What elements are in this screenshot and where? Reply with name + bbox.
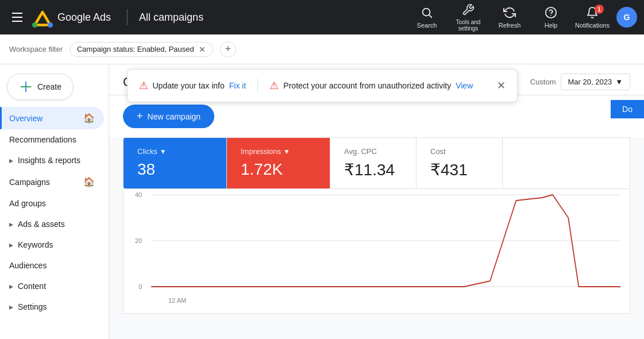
campaign-status-filter[interactable]: Campaign status: Enabled, Paused ✕ [70,42,213,57]
sidebar-campaigns-label: Campaigns [9,178,50,187]
chart-area: 40 20 0 12 AM [123,189,630,314]
metric-cost: Cost ₹431 [417,138,503,188]
sidebar-item-insights[interactable]: ▸ Insights & reports [0,150,109,171]
clicks-header: Clicks ▼ [137,147,213,156]
notification-badge: 1 [595,5,604,14]
tax-fix-link[interactable]: Fix it [229,81,246,90]
sidebar-ads-label: Ads & assets [18,219,65,229]
security-banner-item: ⚠ Protect your account from unauthorized… [269,79,473,92]
date-custom-label: Custom [530,78,556,86]
refresh-nav-label: Refresh [499,22,521,29]
sidebar-item-recommendations[interactable]: Recommendations [0,129,104,150]
banner-close-button[interactable]: ✕ [497,79,506,92]
search-icon [421,6,433,21]
y-axis-label-40: 40 [135,191,142,198]
help-nav-button[interactable]: Help [531,0,570,34]
sidebar-item-ads-assets[interactable]: ▸ Ads & assets [0,214,109,234]
impressions-header: Impressions ▼ [241,147,316,156]
notification-banner: ⚠ Update your tax info Fix it ⚠ Protect … [127,69,518,102]
hamburger-menu[interactable] [7,7,28,28]
banner-separator [257,79,258,93]
chart-x-labels: 12 AM [151,297,620,304]
nav-divider [127,9,128,25]
svg-marker-0 [35,12,51,25]
tax-banner-text: Update your tax info [153,81,225,90]
impressions-label: Impressions [241,147,281,156]
metric-clicks[interactable]: Clicks ▼ 38 [124,138,227,188]
date-selector: Custom Mar 20, 2023 ▼ [530,74,630,90]
profile-avatar[interactable]: G [616,7,637,28]
date-dropdown-icon: ▼ [615,78,623,86]
security-view-link[interactable]: View [456,81,473,90]
tools-nav-label: Tools andsettings [456,19,481,32]
cost-header: Cost [430,147,488,156]
metric-avg-cpc: Avg. CPC ₹11.34 [330,138,417,188]
svg-line-4 [429,15,431,17]
main-layout: Create Overview 🏠 Recommendations ▸ Insi… [0,64,644,339]
campaigns-home-icon: 🏠 [83,176,95,187]
sidebar-settings-label: Settings [18,302,47,311]
clicks-value: 38 [137,160,213,179]
create-label: Create [37,82,61,91]
help-icon [545,6,557,21]
help-nav-label: Help [545,22,558,29]
trend-chart [151,189,620,292]
avg-cpc-value: ₹11.34 [344,160,402,179]
notifications-nav-button[interactable]: 1 Notifications [573,0,612,34]
sidebar-item-ad-groups[interactable]: Ad groups [0,193,104,214]
sidebar-item-overview[interactable]: Overview 🏠 [0,107,104,129]
sidebar-audiences-label: Audiences [9,261,47,270]
sidebar-item-content[interactable]: ▸ Content [0,276,109,296]
page-title: All campaigns [139,11,403,24]
filter-chip-label: Campaign status: Enabled, Paused [77,45,194,53]
security-error-icon: ⚠ [269,79,279,92]
google-ads-logo-icon [32,7,53,28]
svg-point-1 [32,22,37,28]
filter-chip-close-icon[interactable]: ✕ [199,45,206,54]
tools-nav-button[interactable]: Tools andsettings [449,0,488,34]
top-navigation: Google Ads All campaigns Search Tools an… [0,0,644,34]
search-nav-label: Search [417,22,437,29]
create-plus-icon [19,80,33,94]
sidebar-item-settings[interactable]: ▸ Settings [0,296,109,317]
y-axis-label-20: 20 [135,237,142,244]
metrics-row: Clicks ▼ 38 Impressions ▼ 1.72K Avg. CPC… [123,137,630,189]
sidebar: Create Overview 🏠 Recommendations ▸ Insi… [0,64,109,339]
do-label: Do [622,105,633,114]
cost-value: ₹431 [430,160,488,179]
impressions-value: 1.72K [241,160,316,179]
create-button[interactable]: Create [7,74,74,100]
svg-point-6 [550,14,552,16]
svg-point-2 [48,22,53,28]
date-value: Mar 20, 2023 [568,78,612,86]
clicks-dropdown-icon: ▼ [160,148,167,156]
tools-icon [462,3,475,18]
tax-error-icon: ⚠ [139,79,148,92]
notifications-nav-label: Notifications [575,22,610,29]
new-campaign-label: New campaign [148,112,201,121]
do-button[interactable]: Do [611,100,644,118]
sidebar-item-audiences[interactable]: Audiences [0,255,104,276]
workspace-filter-label: Workspace filter [9,45,63,53]
refresh-icon [503,6,516,21]
sidebar-item-campaigns[interactable]: Campaigns 🏠 [0,171,104,193]
security-banner-text: Protect your account from unauthorized a… [283,81,451,90]
new-campaign-plus-icon: + [137,110,143,122]
insights-expand-icon: ▸ [9,156,13,165]
date-picker-button[interactable]: Mar 20, 2023 ▼ [561,74,630,90]
new-campaign-button[interactable]: + New campaign [123,105,214,128]
add-filter-button[interactable]: + [220,41,236,57]
settings-expand-icon: ▸ [9,302,13,311]
cost-label: Cost [430,147,446,156]
sidebar-insights-label: Insights & reports [18,156,80,165]
x-label-12am: 12 AM [168,297,186,304]
search-nav-button[interactable]: Search [407,0,446,34]
filter-bar: Workspace filter Campaign status: Enable… [0,34,644,64]
sidebar-overview-label: Overview [9,114,43,123]
avg-cpc-label: Avg. CPC [344,147,377,156]
sidebar-content-label: Content [18,282,46,291]
metric-impressions[interactable]: Impressions ▼ 1.72K [227,138,330,188]
sidebar-item-keywords[interactable]: ▸ Keywords [0,234,109,255]
refresh-nav-button[interactable]: Refresh [490,0,529,34]
main-content: Overview Custom Mar 20, 2023 ▼ + New cam… [109,64,644,339]
